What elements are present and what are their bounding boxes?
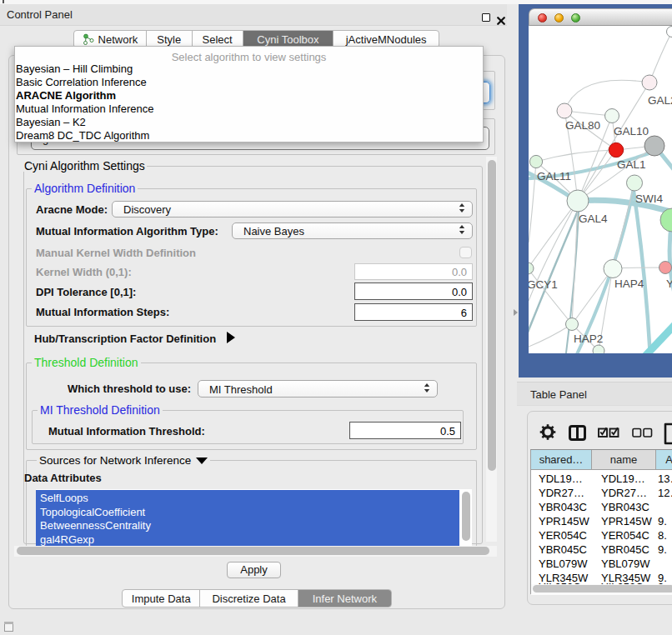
- svg-text:SWI4: SWI4: [635, 192, 663, 205]
- svg-text:HAP2: HAP2: [574, 332, 603, 345]
- svg-text:YJ: YJ: [666, 278, 672, 290]
- svg-text:HAP4: HAP4: [614, 278, 644, 290]
- svg-text:GAL11: GAL11: [537, 170, 571, 182]
- svg-text:GCY1: GCY1: [529, 278, 558, 291]
- svg-text:GAL4: GAL4: [579, 212, 608, 225]
- svg-text:GAL1: GAL1: [617, 158, 646, 171]
- svg-text:GAL2: GAL2: [648, 94, 672, 107]
- svg-text:GAL10: GAL10: [614, 125, 649, 138]
- svg-text:GAL80: GAL80: [565, 119, 600, 132]
